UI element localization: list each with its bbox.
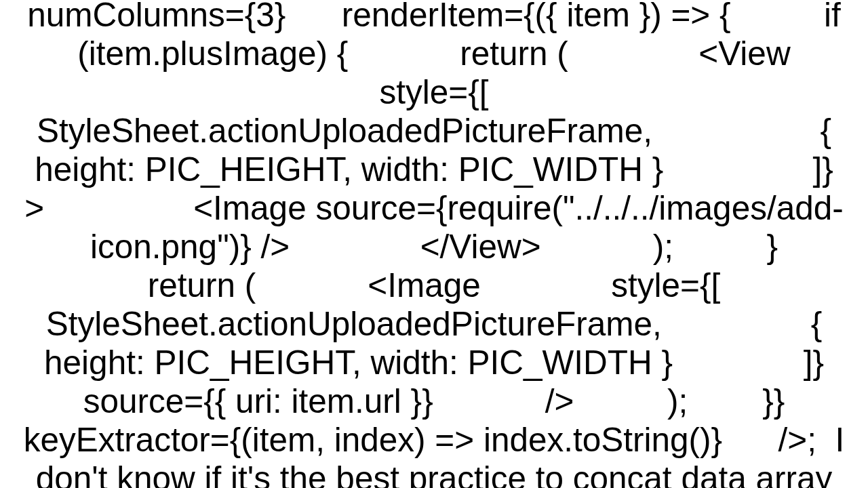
- page-content: numColumns={3} renderItem={({ item }) =>…: [0, 0, 868, 488]
- code-text-block: numColumns={3} renderItem={({ item }) =>…: [19, 0, 849, 488]
